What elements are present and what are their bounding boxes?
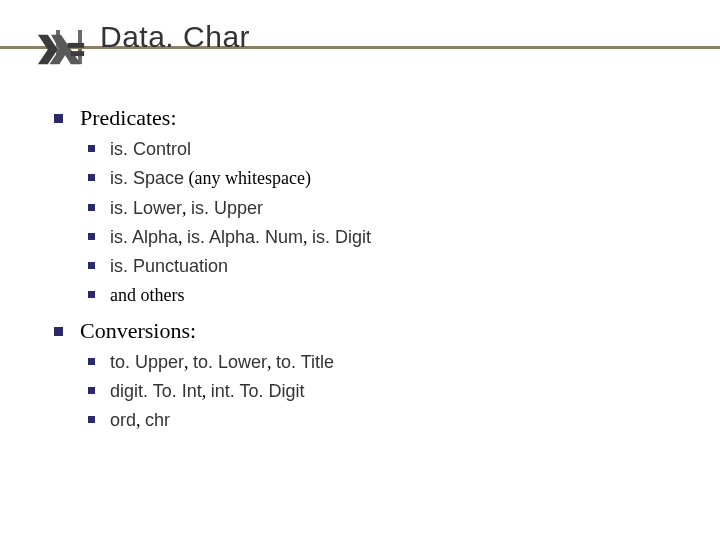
bullet-icon: [88, 262, 95, 269]
haskell-logo-icon: [36, 33, 86, 66]
list-item: is. Control: [88, 137, 670, 161]
plain-text: ,: [267, 352, 276, 372]
slide-title: Data. Char: [100, 20, 250, 54]
plain-text: ,: [178, 227, 187, 247]
slide: Data. Char Predicates:is. Controlis. Spa…: [0, 0, 720, 540]
code-text: is. Alpha. Num: [187, 227, 303, 247]
code-text: is. Upper: [191, 198, 263, 218]
list-item: to. Upper, to. Lower, to. Title: [88, 350, 670, 374]
bullet-icon: [88, 233, 95, 240]
bullet-icon: [54, 327, 63, 336]
slide-body: Predicates:is. Controlis. Space (any whi…: [50, 95, 670, 438]
code-text: to. Title: [276, 352, 334, 372]
plain-text: ,: [303, 227, 312, 247]
plain-text: (any whitespace): [184, 168, 311, 188]
plain-text: ,: [136, 410, 145, 430]
svg-rect-3: [71, 51, 84, 56]
code-text: int. To. Digit: [211, 381, 305, 401]
section-heading: Conversions:: [50, 318, 670, 344]
code-text: is. Alpha: [110, 227, 178, 247]
bullet-icon: [88, 416, 95, 423]
code-text: is. Lower: [110, 198, 182, 218]
plain-text: and others: [110, 285, 184, 305]
list-item: is. Space (any whitespace): [88, 166, 670, 190]
bullet-icon: [88, 358, 95, 365]
code-text: digit. To. Int: [110, 381, 202, 401]
bullet-icon: [88, 291, 95, 298]
list-item: is. Alpha, is. Alpha. Num, is. Digit: [88, 225, 670, 249]
code-text: ord: [110, 410, 136, 430]
plain-text: ,: [182, 198, 191, 218]
list-item: is. Punctuation: [88, 254, 670, 278]
code-text: to. Upper: [110, 352, 184, 372]
code-text: is. Punctuation: [110, 256, 228, 276]
list-item: and others: [88, 283, 670, 307]
code-text: to. Lower: [193, 352, 267, 372]
list-item: is. Lower, is. Upper: [88, 196, 670, 220]
list-item: ord, chr: [88, 408, 670, 432]
bullet-icon: [54, 114, 63, 123]
code-text: is. Digit: [312, 227, 371, 247]
code-text: is. Control: [110, 139, 191, 159]
bullet-icon: [88, 174, 95, 181]
svg-rect-2: [68, 43, 85, 48]
code-text: chr: [145, 410, 170, 430]
heading-text: Predicates:: [80, 105, 177, 130]
heading-text: Conversions:: [80, 318, 196, 343]
section-heading: Predicates:: [50, 105, 670, 131]
code-text: is. Space: [110, 168, 184, 188]
plain-text: ,: [202, 381, 211, 401]
list-item: digit. To. Int, int. To. Digit: [88, 379, 670, 403]
bullet-icon: [88, 204, 95, 211]
plain-text: ,: [184, 352, 193, 372]
bullet-icon: [88, 145, 95, 152]
bullet-icon: [88, 387, 95, 394]
